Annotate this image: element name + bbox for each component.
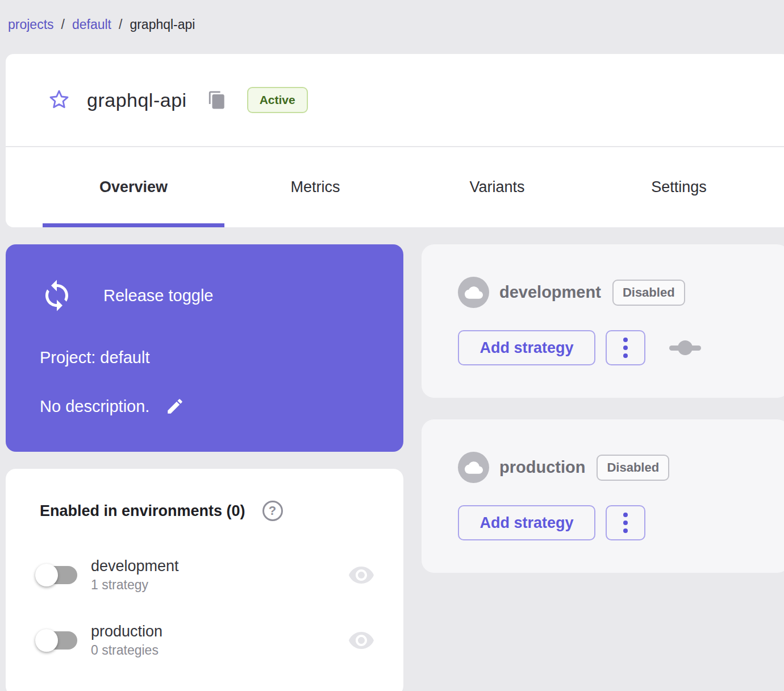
environment-card-actions: Add strategy: [458, 505, 645, 540]
feature-title-row: graphql-api Active: [6, 54, 784, 146]
environment-info: development 1 strategy: [91, 557, 179, 593]
kebab-icon: [623, 346, 628, 350]
toggle-type-label: Release toggle: [103, 286, 213, 305]
tab-overview[interactable]: Overview: [43, 147, 224, 227]
loop-sync-icon: [40, 278, 74, 313]
environment-card-production: production Disabled Add strategy: [422, 419, 784, 573]
copy-icon[interactable]: [207, 90, 227, 110]
favorite-star-icon[interactable]: [48, 89, 70, 111]
edit-pencil-icon[interactable]: [165, 397, 185, 416]
tab-label: Settings: [651, 178, 707, 196]
environment-strategy-count: 1 strategy: [91, 577, 179, 593]
kebab-icon: [623, 528, 628, 533]
add-strategy-button[interactable]: Add strategy: [458, 505, 595, 540]
more-actions-button[interactable]: [606, 330, 645, 365]
add-strategy-button[interactable]: Add strategy: [458, 330, 595, 365]
toggle-type-row: Release toggle: [40, 278, 213, 313]
description-row: No description.: [40, 397, 185, 416]
enabled-environments-panel: Enabled in environments (0) ? developmen…: [6, 469, 403, 691]
breadcrumb-link-default[interactable]: default: [72, 17, 111, 32]
environment-card-name: development: [499, 283, 601, 302]
kebab-icon: [623, 521, 628, 525]
environment-info: production 0 strategies: [91, 623, 162, 658]
description-label: No description.: [40, 397, 149, 416]
tab-label: Metrics: [291, 178, 340, 196]
breadcrumb-current: graphql-api: [130, 17, 195, 32]
active-tab-underline: [43, 223, 224, 227]
breadcrumb-separator: /: [119, 17, 122, 32]
cloud-icon: [458, 277, 489, 308]
environment-strategy-count: 0 strategies: [91, 643, 162, 658]
environment-card-header: development Disabled: [458, 277, 685, 308]
environment-row-development: development 1 strategy: [6, 552, 403, 598]
environment-row-production: production 0 strategies: [6, 618, 403, 663]
feature-header-card: graphql-api Active Overview Metrics Vari…: [6, 54, 784, 227]
eye-icon[interactable]: [348, 627, 375, 654]
slider-knob: [678, 340, 693, 355]
more-actions-button[interactable]: [606, 505, 645, 540]
tab-settings[interactable]: Settings: [588, 147, 770, 227]
help-question-icon[interactable]: ?: [262, 501, 283, 521]
breadcrumb-separator: /: [61, 17, 65, 32]
enabled-environments-header: Enabled in environments (0) ?: [6, 469, 403, 521]
kebab-icon: [623, 338, 628, 342]
project-label: Project: default: [40, 348, 149, 367]
environment-status-badge: Disabled: [597, 455, 669, 481]
breadcrumb: projects / default / graphql-api: [8, 17, 195, 32]
tab-metrics[interactable]: Metrics: [224, 147, 406, 227]
kebab-icon: [623, 353, 628, 358]
environment-card-header: production Disabled: [458, 452, 669, 483]
environment-toggle-production[interactable]: [35, 629, 78, 652]
toggle-thumb: [35, 564, 58, 586]
environment-toggle-development[interactable]: [35, 564, 78, 586]
toggle-overview-card: Release toggle Project: default No descr…: [6, 244, 403, 452]
environment-card-actions: Add strategy: [458, 330, 701, 365]
environment-status-badge: Disabled: [612, 280, 685, 306]
environment-name: production: [91, 623, 162, 640]
eye-icon[interactable]: [348, 561, 375, 589]
breadcrumb-link-projects[interactable]: projects: [8, 17, 54, 32]
tab-variants[interactable]: Variants: [406, 147, 588, 227]
tab-label: Variants: [469, 178, 524, 196]
environment-card-name: production: [499, 458, 585, 477]
slider-icon: [669, 340, 701, 355]
status-badge: Active: [247, 87, 308, 113]
page-title: graphql-api: [87, 89, 187, 111]
tab-label: Overview: [99, 178, 168, 196]
cloud-icon: [458, 452, 489, 483]
tab-bar: Overview Metrics Variants Settings: [43, 147, 784, 227]
environment-name: development: [91, 557, 179, 575]
kebab-icon: [623, 513, 628, 517]
environment-card-development: development Disabled Add strategy: [422, 244, 784, 398]
toggle-thumb: [35, 629, 58, 652]
enabled-environments-heading: Enabled in environments (0): [40, 502, 245, 520]
